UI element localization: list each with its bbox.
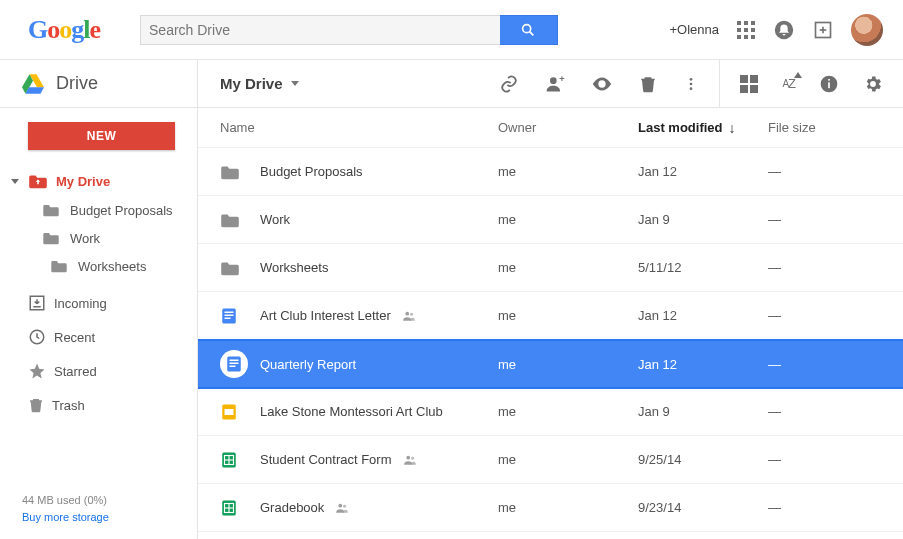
file-size: —: [768, 212, 903, 227]
apps-grid-icon[interactable]: [737, 21, 755, 39]
file-list: Name Owner Last modified ↓ File size Bud…: [198, 108, 903, 539]
file-modified: Jan 12: [638, 164, 768, 179]
avatar[interactable]: [851, 14, 883, 46]
app-name: Drive: [56, 73, 98, 94]
folder-upload-icon: [28, 173, 48, 189]
shared-icon: [402, 453, 418, 467]
svg-point-47: [406, 455, 410, 459]
svg-rect-26: [828, 82, 830, 88]
file-owner: me: [498, 404, 638, 419]
trash-icon: [28, 396, 44, 414]
app-bar: Drive My Drive +: [0, 60, 903, 108]
file-modified: Jan 12: [638, 308, 768, 323]
file-type-icon: [220, 403, 260, 421]
sidebar-item-incoming[interactable]: Incoming: [0, 286, 197, 320]
file-row[interactable]: Worksheetsme5/11/12—: [198, 244, 903, 292]
file-name: Budget Proposals: [260, 164, 363, 179]
breadcrumb[interactable]: My Drive: [220, 75, 299, 92]
file-row[interactable]: WorkmeJan 9—: [198, 196, 903, 244]
column-modified-label: Last modified: [638, 120, 723, 135]
file-size: —: [768, 164, 903, 179]
folder-icon: [42, 231, 60, 245]
svg-rect-21: [740, 75, 748, 83]
settings-gear-icon[interactable]: [863, 74, 883, 94]
column-modified[interactable]: Last modified ↓: [638, 120, 768, 135]
svg-point-36: [410, 312, 413, 315]
sidebar-item-label: Worksheets: [78, 259, 146, 274]
sidebar-item-label: Starred: [54, 364, 97, 379]
folder-icon: [42, 203, 60, 217]
sidebar-item-trash[interactable]: Trash: [0, 388, 197, 422]
share-person-icon[interactable]: +: [545, 74, 565, 94]
file-row[interactable]: Gradebookme9/23/14—: [198, 484, 903, 532]
file-owner: me: [498, 212, 638, 227]
sidebar-item-label: Incoming: [54, 296, 107, 311]
buy-storage-link[interactable]: Buy more storage: [22, 511, 109, 523]
info-icon[interactable]: [819, 74, 839, 94]
column-size[interactable]: File size: [768, 120, 903, 135]
sort-az-icon[interactable]: AZ: [782, 76, 795, 91]
new-button[interactable]: NEW: [28, 122, 175, 150]
appbar-brand[interactable]: Drive: [0, 60, 198, 107]
search-button[interactable]: [498, 15, 558, 45]
share-add-icon[interactable]: [813, 20, 833, 40]
file-size: —: [768, 308, 903, 323]
file-name: Work: [260, 212, 290, 227]
file-row[interactable]: Lake Stone Montessori Art ClubmeJan 9—: [198, 388, 903, 436]
svg-rect-32: [225, 311, 234, 313]
svg-rect-23: [740, 85, 748, 93]
svg-rect-40: [230, 366, 236, 368]
delete-trash-icon[interactable]: [639, 74, 657, 94]
storage-info: 44 MB used (0%) Buy more storage: [0, 492, 197, 539]
file-modified: Jan 12: [638, 357, 768, 372]
file-owner: me: [498, 357, 638, 372]
file-name: Quarterly Report: [260, 357, 356, 372]
column-headers: Name Owner Last modified ↓ File size: [198, 108, 903, 148]
file-row[interactable]: Art Club Interest LettermeJan 12—: [198, 292, 903, 340]
file-modified: Jan 9: [638, 212, 768, 227]
file-row[interactable]: Student Contract Formme9/25/14—: [198, 436, 903, 484]
file-size: —: [768, 452, 903, 467]
file-type-icon: [220, 164, 260, 180]
svg-point-0: [523, 24, 531, 32]
google-logo[interactable]: Google: [28, 15, 100, 45]
sidebar-item-label: Trash: [52, 398, 85, 413]
star-icon: [28, 362, 46, 380]
sidebar-item-recent[interactable]: Recent: [0, 320, 197, 354]
file-name: Lake Stone Montessori Art Club: [260, 404, 443, 419]
svg-rect-6: [744, 28, 748, 32]
preview-eye-icon[interactable]: [591, 73, 613, 95]
svg-rect-9: [744, 35, 748, 39]
sidebar-child-budget-proposals[interactable]: Budget Proposals: [0, 196, 197, 224]
sidebar-child-worksheets[interactable]: Worksheets: [0, 252, 197, 280]
sidebar-item-label: Budget Proposals: [70, 203, 173, 218]
sidebar-item-starred[interactable]: Starred: [0, 354, 197, 388]
column-owner[interactable]: Owner: [498, 120, 638, 135]
svg-rect-4: [751, 21, 755, 25]
grid-view-icon[interactable]: [740, 75, 758, 93]
incoming-icon: [28, 294, 46, 312]
svg-point-54: [343, 504, 346, 507]
search-input[interactable]: [140, 15, 500, 45]
file-modified: 9/25/14: [638, 452, 768, 467]
get-link-icon[interactable]: [499, 74, 519, 94]
file-owner: me: [498, 164, 638, 179]
file-row[interactable]: Budget ProposalsmeJan 12—: [198, 148, 903, 196]
google-plus-link[interactable]: +Olenna: [669, 22, 719, 37]
breadcrumb-label: My Drive: [220, 75, 283, 92]
sidebar-item-mydrive[interactable]: My Drive: [0, 166, 197, 196]
column-name[interactable]: Name: [220, 120, 498, 135]
file-name: Art Club Interest Letter: [260, 308, 391, 323]
expand-toggle-icon[interactable]: [10, 179, 20, 184]
file-owner: me: [498, 308, 638, 323]
more-vert-icon[interactable]: [683, 74, 699, 94]
file-name: Student Contract Form: [260, 452, 392, 467]
notifications-icon[interactable]: [773, 19, 795, 41]
svg-rect-42: [225, 409, 234, 415]
sidebar-child-work[interactable]: Work: [0, 224, 197, 252]
svg-rect-22: [750, 75, 758, 83]
file-size: —: [768, 500, 903, 515]
file-type-icon: [220, 350, 260, 378]
file-owner: me: [498, 500, 638, 515]
file-row[interactable]: Quarterly ReportmeJan 12—: [198, 340, 903, 388]
